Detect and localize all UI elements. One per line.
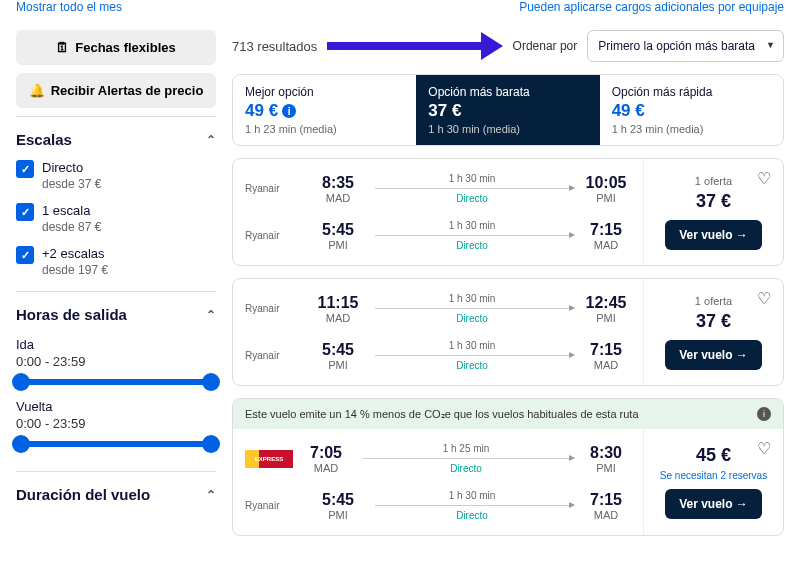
sort-select[interactable]: Primero la opción más barata (587, 30, 784, 62)
flight-card: Ryanair 11:15MAD 1 h 30 minDirecto 12:45… (232, 278, 784, 386)
view-flight-button[interactable]: Ver vuelo → (665, 340, 762, 370)
flight-leg: Ryanair 11:15MAD 1 h 30 minDirecto 12:45… (233, 285, 643, 332)
flexible-dates-button[interactable]: 🗓 Fechas flexibles (16, 30, 216, 65)
arrival-time: 7:15 (581, 221, 631, 239)
chevron-up-icon: ⌃ (206, 133, 216, 147)
annotation-arrow (327, 34, 502, 58)
return-time-slider[interactable] (18, 441, 214, 447)
airline-logo: EXPRESS (245, 450, 293, 468)
airline-name: Ryanair (245, 183, 305, 194)
bell-icon: 🔔 (29, 83, 45, 98)
slider-handle-max[interactable] (202, 435, 220, 453)
flight-leg: EXPRESS 7:05MAD 1 h 25 minDirecto 8:30PM… (233, 435, 643, 482)
chevron-up-icon: ⌃ (206, 308, 216, 322)
favorite-icon[interactable]: ♡ (757, 289, 771, 308)
view-flight-button[interactable]: Ver vuelo → (665, 489, 762, 519)
flight-price: 37 € (696, 311, 731, 332)
filter-1stop[interactable]: 1 escala desde 87 € (16, 203, 216, 234)
sort-tabs: Mejor opción 49 €i 1 h 23 min (media)Opc… (232, 74, 784, 146)
price-alert-button[interactable]: 🔔 Recibir Alertas de precio (16, 73, 216, 108)
airline-name: Ryanair (245, 350, 305, 361)
slider-handle-min[interactable] (12, 373, 30, 391)
checkbox-icon[interactable] (16, 160, 34, 178)
checkbox-icon[interactable] (16, 246, 34, 264)
calendar-icon: 🗓 (56, 40, 69, 55)
tab-opción-más-barata[interactable]: Opción más barata 37 € 1 h 30 min (media… (416, 75, 599, 145)
departure-time: 5:45 (313, 491, 363, 509)
airline-name: Ryanair (245, 500, 305, 511)
stops-toggle[interactable]: Escalas ⌃ (16, 131, 216, 148)
filters-sidebar: 🗓 Fechas flexibles 🔔 Recibir Alertas de … (16, 30, 216, 548)
flight-price: 37 € (696, 191, 731, 212)
show-month-link[interactable]: Mostrar todo el mes (16, 0, 122, 14)
tab-mejor-opción[interactable]: Mejor opción 49 €i 1 h 23 min (media) (233, 75, 416, 145)
depart-times-toggle[interactable]: Horas de salida ⌃ (16, 306, 216, 323)
arrival-time: 10:05 (581, 174, 631, 192)
arrival-time: 8:30 (581, 444, 631, 462)
favorite-icon[interactable]: ♡ (757, 169, 771, 188)
chevron-up-icon: ⌃ (206, 488, 216, 502)
sort-by-label: Ordenar por (513, 39, 578, 53)
slider-handle-min[interactable] (12, 435, 30, 453)
flight-leg: Ryanair 5:45PMI 1 h 30 minDirecto 7:15MA… (233, 482, 643, 529)
departure-time: 11:15 (313, 294, 363, 312)
duration-toggle[interactable]: Duración del vuelo ⌃ (16, 486, 216, 503)
flight-leg: Ryanair 5:45PMI 1 h 30 minDirecto 7:15MA… (233, 332, 643, 379)
results-main: 713 resultados Ordenar por Primero la op… (232, 30, 784, 548)
flight-price: 45 € (696, 445, 731, 466)
info-icon[interactable]: i (282, 104, 296, 118)
flight-card: Ryanair 8:35MAD 1 h 30 minDirecto 10:05P… (232, 158, 784, 266)
arrival-time: 7:15 (581, 491, 631, 509)
arrival-time: 12:45 (581, 294, 631, 312)
outbound-time-slider[interactable] (18, 379, 214, 385)
flight-card: Este vuelo emite un 14 % menos de CO₂e q… (232, 398, 784, 536)
info-icon[interactable]: i (757, 407, 771, 421)
flight-leg: Ryanair 5:45PMI 1 h 30 minDirecto 7:15MA… (233, 212, 643, 259)
departure-time: 8:35 (313, 174, 363, 192)
offers-count: 1 oferta (695, 295, 732, 307)
favorite-icon[interactable]: ♡ (757, 439, 771, 458)
view-flight-button[interactable]: Ver vuelo → (665, 220, 762, 250)
slider-handle-max[interactable] (202, 373, 220, 391)
filter-2stops[interactable]: +2 escalas desde 197 € (16, 246, 216, 277)
tab-opción-más-rápida[interactable]: Opción más rápida 49 € 1 h 23 min (media… (600, 75, 783, 145)
filter-direct[interactable]: Directo desde 37 € (16, 160, 216, 191)
departure-time: 5:45 (313, 341, 363, 359)
airline-name: Ryanair (245, 303, 305, 314)
arrival-time: 7:15 (581, 341, 631, 359)
checkbox-icon[interactable] (16, 203, 34, 221)
eco-banner: Este vuelo emite un 14 % menos de CO₂e q… (233, 399, 783, 429)
baggage-fees-link[interactable]: Pueden aplicarse cargos adicionales por … (519, 0, 784, 14)
airline-name: Ryanair (245, 230, 305, 241)
results-count: 713 resultados (232, 39, 317, 54)
departure-time: 7:05 (301, 444, 351, 462)
flight-leg: Ryanair 8:35MAD 1 h 30 minDirecto 10:05P… (233, 165, 643, 212)
departure-time: 5:45 (313, 221, 363, 239)
offers-count: 1 oferta (695, 175, 732, 187)
booking-note: Se necesitan 2 reservas (660, 470, 767, 481)
